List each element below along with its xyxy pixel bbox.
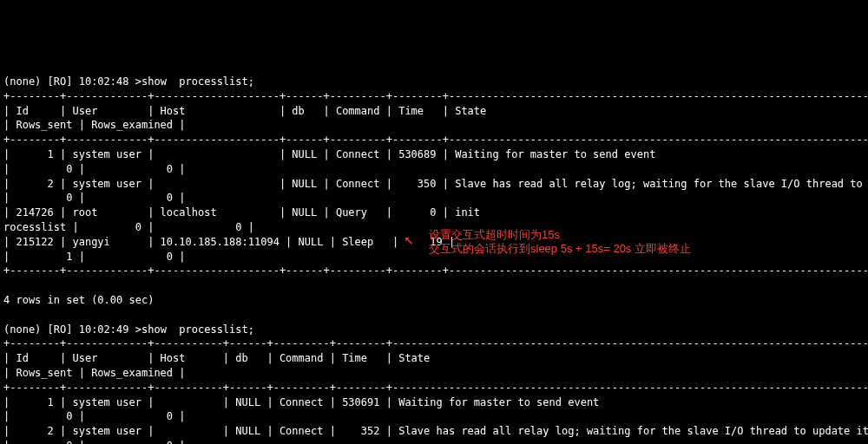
prompt: (none) [RO] 10:02:48 > [3, 75, 141, 88]
table-row: | 2 | system user | | NULL | Connect | 3… [3, 425, 868, 437]
table-header-wrap: | Rows_sent | Rows_examined | [3, 367, 186, 379]
annotation-arrow-icon: ➚ [404, 232, 413, 251]
table-row-wrap: | 0 | 0 | [3, 163, 186, 175]
table-row: | 215122 | yangyi | 10.10.185.188:11094 … [3, 236, 455, 248]
prompt: (none) [RO] 10:02:49 > [3, 323, 141, 336]
table-header: | Id | User | Host | db | Command | Time… [3, 105, 868, 117]
table-row-wrap: | 1 | 0 | [3, 251, 186, 263]
table-row-wrap: | 0 | 0 | [3, 410, 186, 422]
table-header-wrap: | Rows_sent | Rows_examined | [3, 119, 186, 131]
table-row: | 214726 | root | localhost | NULL | Que… [3, 206, 868, 219]
table-row-wrap: | 0 | 0 | [3, 440, 186, 444]
table-row: | 2 | system user | | NULL | Connect | 3… [3, 178, 868, 190]
result-summary: 4 rows in set (0.00 sec) [3, 294, 154, 306]
table-separator: +--------+-------------+-----------+----… [3, 382, 868, 394]
table-separator: +--------+-------------+-----------+----… [3, 337, 868, 349]
command-text: show processlist; [141, 323, 254, 336]
command-text: show processlist; [141, 75, 254, 88]
table-header: | Id | User | Host | db | Command | Time… [3, 352, 868, 364]
table-row: | 1 | system user | | NULL | Connect | 5… [3, 148, 868, 160]
table-separator: +--------+-------------+----------------… [3, 264, 868, 277]
annotation-line2: 交互式的会话执行到sleep 5s + 15s= 20s 立即被终止 [429, 241, 691, 257]
table-row-wrap: | 0 | 0 | [3, 192, 186, 204]
table-row-wrap: rocesslist | 0 | 0 | [3, 221, 254, 233]
table-separator: +--------+-------------+----------------… [3, 134, 868, 146]
terminal-output: (none) [RO] 10:02:48 >show processlist; … [3, 60, 865, 444]
table-separator: +--------+-------------+----------------… [3, 90, 868, 102]
table-row: | 1 | system user | | NULL | Connect | 5… [3, 396, 868, 408]
